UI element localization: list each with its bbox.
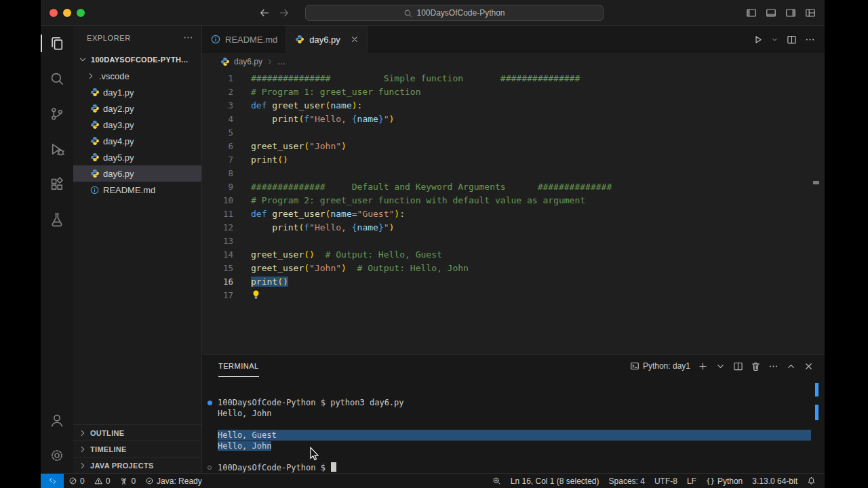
explorer-more-actions-icon[interactable]: [183, 33, 193, 43]
code-line-1[interactable]: 1############### Simple function #######…: [202, 72, 825, 85]
close-panel-button[interactable]: [804, 361, 814, 371]
prompt-decoration-icon: [208, 466, 212, 470]
activity-extensions[interactable]: [41, 167, 73, 202]
status-ports-label: 0: [131, 476, 136, 486]
customize-layout-button[interactable]: [805, 7, 816, 18]
code-line-15[interactable]: 15greet_user("John") # Output: Hello, Jo…: [202, 262, 825, 275]
code-line-4[interactable]: 4 print(f"Hello, {name}"): [202, 113, 825, 126]
split-terminal-button[interactable]: [733, 361, 743, 371]
code-line-7[interactable]: 7print(): [202, 153, 825, 167]
status-cursor-position[interactable]: Ln 16, Col 1 (8 selected): [506, 474, 604, 488]
close-window-button[interactable]: [50, 9, 58, 17]
tree-item-day2.py[interactable]: day2.py: [73, 100, 201, 117]
status-language-mode[interactable]: {}Python: [701, 474, 747, 488]
tree-item-day5.py[interactable]: day5.py: [73, 149, 201, 165]
terminal-output[interactable]: 100DaysOfCode-Python $ python3 day6.pyHe…: [202, 377, 825, 473]
status-ports[interactable]: 0: [115, 474, 140, 488]
code-line-2[interactable]: 2# Program 1: greet_user function: [202, 85, 825, 99]
code-line-16[interactable]: 16print(): [202, 275, 825, 289]
lightbulb-icon[interactable]: [251, 289, 261, 300]
breadcrumb-more[interactable]: …: [277, 57, 285, 66]
tree-item-day3.py[interactable]: day3.py: [73, 117, 201, 133]
status-errors[interactable]: 0: [64, 474, 90, 488]
status-python-version-label: 3.13.0 64-bit: [752, 476, 797, 486]
activity-testing[interactable]: [41, 202, 73, 237]
tree-item-README.md[interactable]: README.md: [73, 182, 201, 198]
tree-item-day1.py[interactable]: day1.py: [73, 84, 201, 100]
terminal-line-5: [202, 451, 825, 462]
code-line-9[interactable]: 9############## Default and Keyword Argu…: [202, 180, 825, 194]
code-line-6[interactable]: 6greet_user("John"): [202, 140, 825, 153]
code-line-14[interactable]: 14greet_user() # Output: Hello, Guest: [202, 248, 825, 262]
tab-day6.py[interactable]: day6.py: [286, 26, 368, 53]
status-eol[interactable]: LF: [682, 474, 701, 488]
close-tab-icon[interactable]: [350, 35, 359, 44]
new-terminal-button[interactable]: [698, 361, 708, 371]
code-line-8[interactable]: 8: [202, 167, 825, 180]
section-timeline[interactable]: TIMELINE: [73, 441, 201, 457]
terminal-more-actions-button[interactable]: [768, 361, 778, 371]
code-line-17[interactable]: 17: [202, 289, 825, 302]
terminal-lines: 100DaysOfCode-Python $ python3 day6.pyHe…: [202, 397, 825, 473]
tree-root-folder[interactable]: 100DAYSOFCODE-PYTH...: [73, 52, 201, 68]
zoom-window-button[interactable]: [77, 9, 85, 17]
terminal-shell-selector[interactable]: Python: day1: [630, 361, 690, 371]
status-cursor-position-label: Ln 16, Col 1 (8 selected): [511, 476, 599, 486]
back-button[interactable]: [259, 7, 270, 18]
braces-icon: {}: [706, 476, 715, 485]
status-remote-indicator[interactable]: [41, 474, 64, 488]
section-java-projects[interactable]: JAVA PROJECTS: [73, 457, 201, 473]
code-line-5[interactable]: 5: [202, 126, 825, 140]
activity-search[interactable]: [41, 61, 73, 96]
tree-item-.vscode[interactable]: .vscode: [73, 68, 201, 84]
activity-accounts[interactable]: [41, 403, 73, 438]
terminal-dropdown-button[interactable]: [715, 361, 726, 371]
toggle-panel-button[interactable]: [766, 7, 776, 18]
code-line-12[interactable]: 12 print(f"Hello, {name}"): [202, 221, 825, 235]
code-line-13[interactable]: 13: [202, 235, 825, 248]
status-python-version[interactable]: 3.13.0 64-bit: [747, 474, 802, 488]
activity-run-and-debug[interactable]: [41, 131, 73, 167]
status-bar: 000Java: Ready Ln 16, Col 1 (8 selected)…: [41, 473, 825, 488]
line-content: print(f"Hello, {name}"): [233, 221, 394, 235]
tree-item-day6.py[interactable]: day6.py: [73, 165, 201, 182]
toggle-secondary-sidebar-button[interactable]: [785, 7, 796, 18]
breadcrumb-file[interactable]: day6.py: [234, 57, 262, 66]
terminal-scrollbar-mark[interactable]: [815, 405, 818, 420]
tab-label: README.md: [225, 35, 277, 45]
terminal-scrollbar-mark[interactable]: [815, 383, 818, 396]
status-java-status[interactable]: Java: Ready: [140, 474, 207, 488]
sidebar-title: EXPLORER: [87, 34, 131, 42]
forward-button[interactable]: [279, 7, 290, 18]
section-outline[interactable]: OUTLINE: [73, 424, 201, 441]
split-editor-button[interactable]: [787, 35, 797, 45]
maximize-panel-button[interactable]: [786, 361, 796, 371]
code-line-10[interactable]: 10# Program 2: greet_user function with …: [202, 194, 825, 207]
code-line-3[interactable]: 3def greet_user(name):: [202, 99, 825, 113]
activity-source-control[interactable]: [41, 96, 73, 131]
kill-terminal-button[interactable]: [751, 361, 761, 371]
status-encoding[interactable]: UTF-8: [650, 474, 682, 488]
status-warnings[interactable]: 0: [90, 474, 115, 488]
code-editor[interactable]: 1############### Simple function #######…: [202, 70, 825, 354]
tab-README.md[interactable]: README.md: [202, 26, 286, 53]
editor-more-actions-button[interactable]: [805, 35, 815, 45]
tab-label: day6.py: [309, 35, 340, 45]
minimize-window-button[interactable]: [63, 9, 71, 17]
toggle-primary-sidebar-button[interactable]: [746, 7, 757, 18]
section-label: JAVA PROJECTS: [90, 462, 154, 470]
tree-item-day4.py[interactable]: day4.py: [73, 133, 201, 149]
workbench: EXPLORER 100DAYSOFCODE-PYTH....vscodeday…: [41, 26, 825, 473]
status-indentation[interactable]: Spaces: 4: [604, 474, 650, 488]
tab-terminal[interactable]: TERMINAL: [218, 355, 259, 377]
activity-explorer[interactable]: [41, 26, 73, 61]
status-notifications[interactable]: [802, 474, 821, 488]
run-python-file-button[interactable]: [753, 35, 763, 45]
run-dropdown-button[interactable]: [771, 36, 778, 43]
command-center-search[interactable]: 100DaysOfCode-Python: [305, 5, 604, 21]
line-number: 9: [202, 180, 233, 194]
code-line-11[interactable]: 11def greet_user(name="Guest"):: [202, 207, 825, 221]
status-zoom-indicator[interactable]: [488, 474, 506, 488]
activity-settings[interactable]: [41, 438, 73, 473]
breadcrumb[interactable]: day6.py …: [202, 53, 825, 70]
